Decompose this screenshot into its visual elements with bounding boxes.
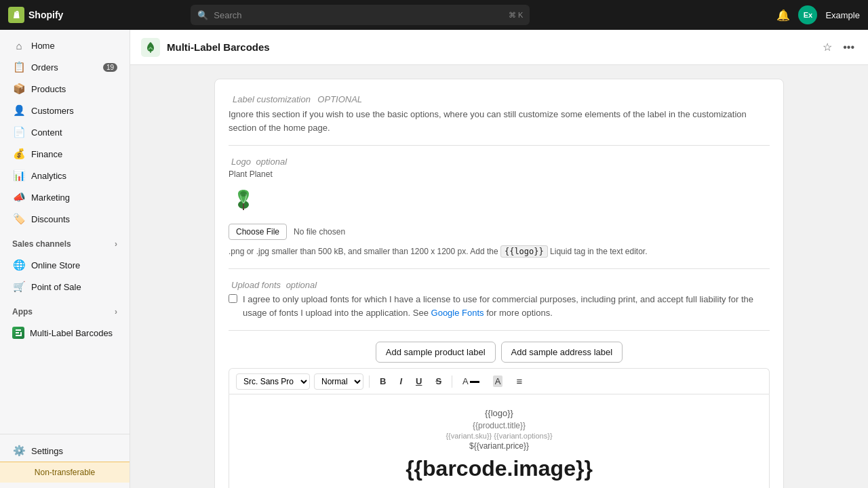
editor-content[interactable]: {{logo}} {{product.title}} {{variant.sku… xyxy=(229,394,770,488)
choose-file-button[interactable]: Choose File xyxy=(229,224,287,240)
sidebar-item-multi-label-barcodes[interactable]: Multi-Label Barcodes xyxy=(4,323,125,343)
sidebar-item-products[interactable]: 📦 Products xyxy=(4,79,125,99)
fonts-agreement-row: I agree to only upload fonts for which I… xyxy=(229,293,770,319)
sidebar-item-settings[interactable]: ⚙️ Settings xyxy=(4,441,125,461)
star-button[interactable]: ☆ xyxy=(820,38,835,56)
avatar[interactable]: Ex xyxy=(798,5,817,24)
divider-2 xyxy=(229,268,770,269)
sidebar-item-label: Multi-Label Barcodes xyxy=(30,328,113,338)
underline-button[interactable]: U xyxy=(411,373,427,389)
sidebar-item-discounts[interactable]: 🏷️ Discounts xyxy=(4,209,125,229)
more-options-button[interactable]: ••• xyxy=(840,39,857,56)
align-button[interactable]: ≡ xyxy=(511,373,527,390)
orders-badge: 19 xyxy=(103,63,117,72)
strikethrough-button[interactable]: S xyxy=(431,373,446,389)
sidebar-item-online-store[interactable]: 🌐 Online Store xyxy=(4,255,125,275)
sidebar-item-customers[interactable]: 👤 Customers xyxy=(4,100,125,121)
toolbar-divider-1 xyxy=(369,375,370,388)
svg-point-3 xyxy=(240,191,247,197)
settings-icon: ⚙️ xyxy=(12,445,26,457)
add-sample-address-button[interactable]: Add sample address label xyxy=(501,342,623,363)
search-shortcut: ⌘ K xyxy=(509,11,523,20)
point-of-sale-icon: 🛒 xyxy=(12,281,26,293)
fonts-agreement-text: I agree to only upload fonts for which I… xyxy=(243,293,770,319)
section-title: Label customization OPTIONAL xyxy=(229,93,770,105)
sidebar-item-label: Settings xyxy=(31,446,63,456)
divider-3 xyxy=(229,330,770,331)
sidebar-item-home[interactable]: ⌂ Home xyxy=(4,36,125,56)
page-header-actions: ☆ ••• xyxy=(820,38,857,56)
sales-channels-label: Sales channels xyxy=(12,239,71,249)
discounts-icon: 🏷️ xyxy=(12,213,26,225)
editor-logo-tag: {{logo}} xyxy=(243,408,755,418)
shopify-logo[interactable]: Shopify xyxy=(8,7,63,23)
non-transferable-banner: Non-transferable xyxy=(0,462,130,483)
section-description: Ignore this section if you wish to use t… xyxy=(229,108,770,134)
search-input[interactable] xyxy=(214,10,503,20)
topbar-right: 🔔 Ex Example xyxy=(776,5,860,24)
logo-field-label: Logo optional xyxy=(229,157,770,167)
file-input-row: Choose File No file chosen xyxy=(229,224,770,240)
topbar: Shopify 🔍 ⌘ K 🔔 Ex Example xyxy=(0,0,868,30)
text-color-button[interactable]: A xyxy=(458,373,484,389)
sales-channels-section[interactable]: Sales channels › xyxy=(4,235,125,253)
sidebar-bottom: ⚙️ Settings Non-transferable xyxy=(0,434,130,483)
sidebar-item-label: Content xyxy=(31,127,62,138)
sidebar-item-analytics[interactable]: 📊 Analytics xyxy=(4,165,125,186)
divider-1 xyxy=(229,145,770,146)
font-size-select[interactable]: Normal xyxy=(314,373,363,390)
page-content: Label customization OPTIONAL Ignore this… xyxy=(130,65,868,488)
italic-button[interactable]: I xyxy=(395,373,407,389)
bold-button[interactable]: B xyxy=(375,373,391,389)
sidebar-item-point-of-sale[interactable]: 🛒 Point of Sale xyxy=(4,277,125,297)
page-title: Multi-Label Barcodes xyxy=(167,41,270,53)
plant-logo-image xyxy=(229,184,258,214)
editor-product-tag: {{product.title}} xyxy=(243,421,755,430)
highlight-letter: A xyxy=(493,375,503,387)
sample-buttons: Add sample product label Add sample addr… xyxy=(229,342,770,363)
font-family-select[interactable]: Src. Sans Pro xyxy=(236,373,310,390)
sidebar-item-marketing[interactable]: 📣 Marketing xyxy=(4,187,125,207)
sidebar-item-finance[interactable]: 💰 Finance xyxy=(4,144,125,164)
analytics-icon: 📊 xyxy=(12,169,26,182)
fonts-agreement-checkbox[interactable] xyxy=(229,294,237,303)
google-fonts-link[interactable]: Google Fonts xyxy=(431,308,484,318)
logo-subtitle: Plant Planet xyxy=(229,169,770,179)
orders-icon: 📋 xyxy=(12,61,26,73)
sidebar-item-label: Orders xyxy=(31,62,58,73)
highlight-color-button[interactable]: A xyxy=(488,373,508,390)
marketing-icon: 📣 xyxy=(12,191,26,203)
liquid-tag-logo: {{logo}} xyxy=(500,245,548,258)
sidebar-item-label: Online Store xyxy=(31,260,80,270)
editor-barcode-tag: {{barcode.image}} xyxy=(243,456,755,481)
sidebar-item-label: Marketing xyxy=(31,192,70,203)
content-icon: 📄 xyxy=(12,126,26,138)
search-bar[interactable]: 🔍 ⌘ K xyxy=(191,5,530,25)
editor-variant-tags: {{variant.sku}} {{variant.options}} xyxy=(243,432,755,440)
sidebar: ⌂ Home 📋 Orders 19 📦 Products 👤 Customer… xyxy=(0,30,130,488)
page-header-left: Multi-Label Barcodes xyxy=(141,38,270,57)
chevron-right-icon: › xyxy=(115,239,117,249)
apps-section[interactable]: Apps › xyxy=(4,303,125,321)
plant-logo xyxy=(229,184,770,217)
products-icon: 📦 xyxy=(12,83,26,95)
editor-toolbar: Src. Sans Pro Normal B I U S A xyxy=(229,368,770,394)
page-header: Multi-Label Barcodes ☆ ••• xyxy=(130,30,868,65)
username-label: Example xyxy=(825,10,860,20)
add-sample-product-button[interactable]: Add sample product label xyxy=(376,342,496,363)
main-layout: ⌂ Home 📋 Orders 19 📦 Products 👤 Customer… xyxy=(0,30,868,488)
sidebar-item-label: Home xyxy=(31,41,55,51)
sidebar-item-orders[interactable]: 📋 Orders 19 xyxy=(4,57,125,77)
search-icon: 🔍 xyxy=(197,10,208,20)
sidebar-item-label: Products xyxy=(31,84,66,94)
content-area: Multi-Label Barcodes ☆ ••• Label customi… xyxy=(130,30,868,488)
home-icon: ⌂ xyxy=(12,40,26,52)
sidebar-item-label: Finance xyxy=(31,149,62,159)
text-color-letter: A xyxy=(462,376,469,386)
non-transferable-label: Non-transferable xyxy=(35,468,95,477)
notification-bell-icon[interactable]: 🔔 xyxy=(776,9,790,22)
sidebar-item-content[interactable]: 📄 Content xyxy=(4,122,125,142)
toolbar-divider-2 xyxy=(452,375,452,388)
file-name-text: No file chosen xyxy=(294,227,345,237)
upload-fonts-label: Upload fonts optional xyxy=(229,280,770,290)
